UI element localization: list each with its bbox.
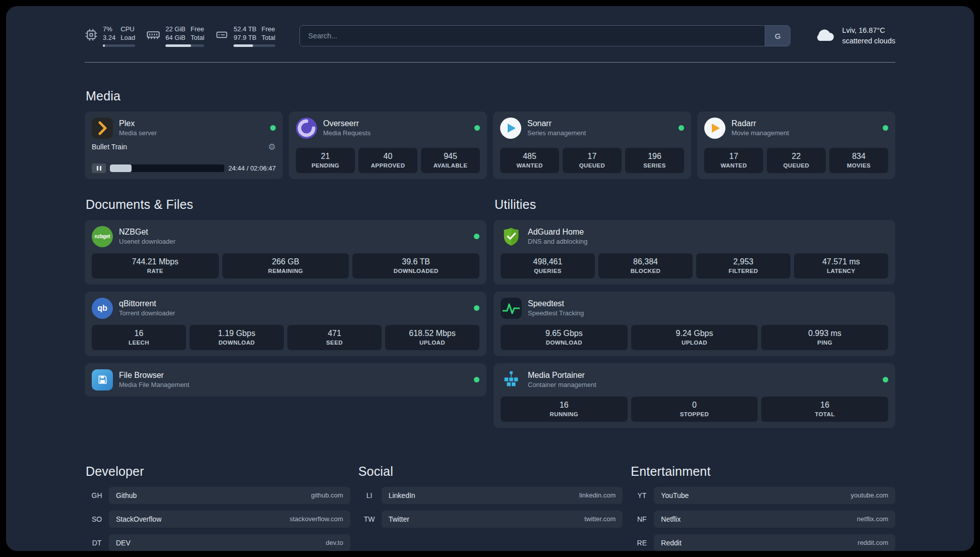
service-card-overseerr[interactable]: Overseerr Media Requests 21 PENDING 40 A…: [289, 112, 487, 179]
bookmark-url: linkedin.com: [579, 491, 616, 499]
stat-tile: 2,953 FILTERED: [696, 253, 790, 278]
stat-value: 471: [289, 329, 380, 338]
sonarr-icon: [500, 118, 521, 139]
cpu-load-value: 3.24: [103, 34, 115, 42]
stat-label: UPLOAD: [633, 340, 756, 346]
stat-tile: 40 APPROVED: [358, 148, 417, 173]
bookmark-github[interactable]: Github github.com: [109, 487, 350, 504]
window-frame: 7% 3.24 CPU Load: [0, 0, 980, 557]
weather-location: Lviv, 16.87°C: [842, 25, 895, 36]
stat-tile: 834 MOVIES: [829, 148, 888, 173]
service-card-speedtest[interactable]: Speedtest Speedtest Tracking 9.65 Gbps D…: [494, 292, 895, 356]
service-name: qBittorrent: [119, 299, 175, 308]
memory-progress-bar: [165, 44, 204, 47]
service-subtitle: Movie management: [731, 129, 789, 137]
bookmark-netflix[interactable]: Netflix netflix.com: [654, 511, 895, 528]
stat-value: 9.65 Gbps: [503, 329, 626, 338]
qbittorrent-icon: qb: [92, 298, 113, 319]
search-input[interactable]: [300, 26, 765, 46]
bookmark-url: reddit.com: [858, 539, 888, 546]
bookmark-name: DEV: [116, 539, 131, 547]
stat-value: 40: [360, 152, 415, 161]
section-title-utilities: Utilities: [495, 197, 895, 212]
plex-icon: [92, 118, 113, 139]
playback-time: 24:44 / 02:06:47: [228, 164, 276, 172]
bookmark-twitter[interactable]: Twitter twitter.com: [382, 511, 623, 528]
bookmark-name: LinkedIn: [389, 491, 415, 499]
bookmark-linkedin[interactable]: LinkedIn linkedin.com: [382, 487, 623, 504]
bookmark-stackoverflow[interactable]: StackOverflow stackoverflow.com: [109, 511, 350, 528]
bookmark-abbr: TW: [357, 515, 382, 523]
bookmark-name: StackOverflow: [116, 515, 161, 523]
service-name: Overseerr: [323, 119, 371, 128]
stat-value: 196: [627, 152, 682, 161]
stat-label: DOWNLOADED: [354, 268, 477, 274]
bookmark-dev[interactable]: DEV dev.to: [109, 534, 350, 551]
stat-value: 86,384: [600, 257, 691, 266]
disk-free-value: 52.4 TB: [233, 25, 256, 34]
cpu-load-label: Load: [120, 34, 135, 42]
overseerr-icon: [296, 118, 317, 139]
bookmark-reddit[interactable]: Reddit reddit.com: [654, 534, 895, 551]
stat-label: UPLOAD: [387, 340, 477, 346]
service-card-plex[interactable]: Plex Media server Bullet Train ⚙ 24:44 /…: [85, 112, 283, 179]
stat-value: 22: [769, 152, 824, 161]
disk-widget: 52.4 TB 97.9 TB Free Total: [215, 25, 275, 47]
pause-button[interactable]: [92, 163, 106, 173]
disk-icon: [215, 28, 228, 43]
stat-label: MOVIES: [831, 162, 886, 169]
cpu-label: CPU: [120, 25, 135, 34]
bookmark-abbr: SO: [85, 515, 109, 523]
service-card-sonarr[interactable]: Sonarr Series management 485 WANTED 17 Q…: [493, 112, 691, 179]
stat-value: 744.21 Mbps: [94, 257, 217, 266]
service-card-radarr[interactable]: Radarr Movie management 17 WANTED 22 QUE…: [697, 112, 895, 179]
cloud-icon: [813, 27, 836, 45]
stat-label: QUERIES: [503, 268, 593, 274]
cpu-progress-bar: [103, 44, 135, 47]
stat-label: RATE: [94, 268, 217, 274]
stat-label: PING: [763, 340, 886, 346]
bookmark-abbr: RE: [630, 539, 654, 547]
filebrowser-icon: [92, 369, 113, 391]
stat-value: 16: [503, 401, 626, 410]
stat-label: TOTAL: [763, 411, 886, 417]
search-provider-button[interactable]: G: [765, 26, 790, 46]
nzbget-icon: nzbget: [92, 226, 113, 247]
stat-label: STOPPED: [633, 411, 756, 417]
stat-value: 945: [423, 152, 478, 161]
service-card-portainer[interactable]: Media Portainer Container management 16 …: [494, 363, 895, 428]
status-dot: [474, 305, 479, 311]
section-title-documents: Documents & Files: [86, 197, 486, 212]
service-card-nzbget[interactable]: nzbget NZBGet Usenet downloader 744.21 M…: [85, 220, 486, 285]
stat-value: 498,461: [503, 257, 593, 266]
stat-label: REMAINING: [224, 268, 347, 274]
service-subtitle: DNS and adblocking: [528, 238, 588, 245]
stat-label: WANTED: [502, 162, 557, 169]
service-card-adguard[interactable]: AdGuard Home DNS and adblocking 498,461 …: [494, 220, 895, 285]
stat-value: 485: [502, 152, 557, 161]
disk-total-value: 97.9 TB: [233, 34, 256, 42]
stat-value: 266 GB: [224, 257, 347, 266]
stat-label: FILTERED: [698, 268, 788, 274]
stat-value: 2,953: [698, 257, 788, 266]
stat-value: 618.52 Mbps: [387, 329, 477, 338]
bookmark-abbr: GH: [85, 491, 109, 499]
service-name: Radarr: [731, 119, 789, 128]
cpu-icon: [85, 28, 98, 43]
bookmark-name: Twitter: [389, 515, 409, 523]
weather-widget: Lviv, 16.87°C scattered clouds: [813, 25, 895, 46]
service-subtitle: Media Requests: [323, 129, 371, 137]
stat-tile: 471 SEED: [287, 325, 382, 350]
stat-tile: 485 WANTED: [500, 148, 559, 173]
bookmark-url: stackoverflow.com: [289, 515, 343, 523]
bookmark-youtube[interactable]: YouTube youtube.com: [654, 487, 895, 504]
status-dot: [474, 234, 479, 239]
gear-icon[interactable]: ⚙: [268, 143, 276, 151]
service-name: Speedtest: [528, 299, 584, 308]
section-title-entertainment: Entertainment: [631, 464, 895, 479]
service-card-filebrowser[interactable]: File Browser Media File Management: [85, 363, 486, 397]
service-card-qbittorrent[interactable]: qb qBittorrent Torrent downloader 16 LEE…: [85, 292, 486, 356]
bookmark-url: twitter.com: [584, 515, 616, 523]
memory-total-label: Total: [191, 34, 204, 42]
stat-value: 39.6 TB: [354, 257, 477, 266]
